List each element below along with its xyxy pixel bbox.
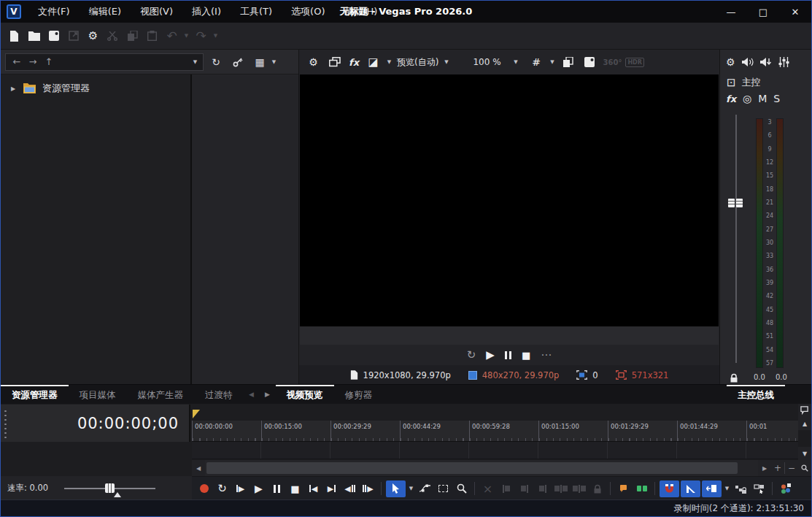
master-bus-icon[interactable]: ⊡ <box>727 76 736 89</box>
play-button[interactable]: ▶ <box>250 479 268 498</box>
tree-item-explorer[interactable]: ▶ 资源管理器 <box>1 80 190 96</box>
track-view[interactable] <box>192 442 798 459</box>
redo-dropdown-icon[interactable]: ▼ <box>211 33 220 39</box>
record-button[interactable] <box>195 479 213 498</box>
menu-item[interactable]: 编辑(E) <box>80 1 131 23</box>
marker-bar[interactable] <box>192 404 800 421</box>
address-dropdown-icon[interactable]: ▼ <box>190 59 200 65</box>
previous-frame-button[interactable]: ◀ <box>341 479 359 498</box>
delete-button[interactable]: × <box>479 479 497 498</box>
envelope-tool-button[interactable] <box>416 479 434 498</box>
hscroll-track[interactable] <box>205 460 758 476</box>
zoom-edit-tool-icon[interactable] <box>798 460 811 476</box>
insert-region-button[interactable] <box>633 479 651 498</box>
go-to-start-button[interactable]: ◀ <box>304 479 322 498</box>
up-icon[interactable]: ↑ <box>41 56 57 67</box>
ripple-dropdown-icon[interactable]: ▼ <box>722 486 732 491</box>
zoom-dropdown-icon[interactable]: ▼ <box>511 59 521 65</box>
normal-edit-tool-button[interactable] <box>386 480 406 497</box>
tab-scroll-left-icon[interactable]: ◀ <box>244 385 260 404</box>
auto-ripple-button[interactable] <box>681 480 700 497</box>
redo-button[interactable]: ↷ <box>191 26 211 46</box>
undo-dropdown-icon[interactable]: ▼ <box>182 33 191 39</box>
external-monitor-icon[interactable] <box>325 52 344 72</box>
mute-button[interactable]: M <box>758 93 767 104</box>
new-project-button[interactable] <box>4 26 24 46</box>
solo-button[interactable]: S <box>773 93 780 104</box>
panel-tab[interactable]: 资源管理器 <box>1 385 69 404</box>
mixer-gear-icon[interactable]: ⚙ <box>726 56 735 68</box>
marker-tool-icon[interactable] <box>798 404 811 417</box>
forward-icon[interactable]: → <box>25 56 41 67</box>
open-project-button[interactable] <box>24 26 44 46</box>
lock-fader-icon[interactable] <box>730 373 738 383</box>
tab-scroll-right-icon[interactable]: ▶ <box>260 385 276 404</box>
event-colors-button[interactable] <box>776 479 794 498</box>
save-snapshot-icon[interactable] <box>580 52 600 72</box>
loop-playback-icon[interactable]: ↻ <box>467 348 476 362</box>
enable-snapping-button[interactable] <box>660 480 679 497</box>
master-bus-tab[interactable]: 主控总线 <box>727 385 785 404</box>
render-as-button[interactable] <box>63 26 83 46</box>
insert-bus-icon[interactable] <box>760 58 772 66</box>
menu-item[interactable]: 插入(I) <box>182 1 231 23</box>
trim-start-button[interactable] <box>497 479 515 498</box>
copy-button[interactable] <box>123 26 142 46</box>
panel-tab[interactable]: 过渡特 <box>194 385 244 404</box>
video-output-fx-button[interactable]: fx <box>346 57 362 68</box>
zoom-tool-button[interactable] <box>452 479 471 498</box>
hscroll-thumb[interactable] <box>206 462 738 474</box>
expand-arrow-icon[interactable]: ▶ <box>11 85 17 92</box>
master-bus-speaker-icon[interactable] <box>742 58 754 66</box>
preview-zoom-value[interactable]: 100 % <box>461 57 502 67</box>
play-from-start-button[interactable]: ▶ <box>231 479 250 498</box>
address-combobox[interactable]: ← → ↑ ▼ <box>5 53 204 71</box>
timecode-drag-handle[interactable] <box>4 409 8 438</box>
bus-fx-button[interactable]: fx <box>726 93 736 104</box>
stop-button[interactable]: ■ <box>286 479 304 498</box>
edit-tool-dropdown-icon[interactable]: ▼ <box>406 486 416 491</box>
volume-fader-track[interactable] <box>735 115 737 363</box>
cut-button[interactable] <box>103 26 123 46</box>
close-button[interactable]: ✕ <box>779 1 811 23</box>
preview-play-icon[interactable]: ▶ <box>486 348 495 362</box>
copy-snapshot-icon[interactable] <box>559 52 579 72</box>
panel-tab[interactable]: 修剪器 <box>334 385 384 404</box>
maximize-button[interactable]: □ <box>747 1 779 23</box>
panel-tab[interactable]: 视频预览 <box>276 385 334 404</box>
minimize-button[interactable]: — <box>715 1 747 23</box>
selection-tool-button[interactable] <box>434 479 452 498</box>
zoom-in-timeline-button[interactable]: + <box>771 460 784 476</box>
menu-item[interactable]: 视图(V) <box>131 1 182 23</box>
rate-slider[interactable] <box>64 481 155 496</box>
split-screen-icon[interactable]: ◪ <box>363 52 383 72</box>
views-icon[interactable]: ▦ <box>250 53 269 71</box>
scroll-right-icon[interactable]: ▶ <box>758 460 771 476</box>
preview-more-icon[interactable]: ⋯ <box>541 348 552 362</box>
scroll-left-icon[interactable]: ◀ <box>192 460 205 476</box>
project-properties-gear-icon[interactable]: ⚙ <box>303 52 323 72</box>
slide-trim-button[interactable] <box>570 479 588 498</box>
volume-fader-handle[interactable] <box>728 199 743 207</box>
scroll-down-icon[interactable]: ▼ <box>798 447 811 460</box>
grid-overlay-icon[interactable]: # <box>527 52 546 72</box>
grid-dropdown-icon[interactable]: ▼ <box>548 59 557 65</box>
ignore-event-grouping-button[interactable] <box>750 479 768 498</box>
add-favorite-icon[interactable] <box>228 53 247 71</box>
loop-playback-button[interactable]: ↻ <box>213 479 231 498</box>
preview-quality-dropdown[interactable]: 预览(自动) <box>395 56 440 69</box>
vertical-scrollbar[interactable] <box>798 430 811 447</box>
save-project-button[interactable] <box>44 26 63 46</box>
undo-button[interactable]: ↶ <box>162 26 182 46</box>
automation-icon[interactable]: ◎ <box>743 93 751 104</box>
insert-marker-button[interactable] <box>614 479 633 498</box>
back-icon[interactable]: ← <box>9 56 25 67</box>
lock-event-button[interactable] <box>588 479 606 498</box>
mixing-console-icon[interactable] <box>778 57 789 67</box>
lock-envelopes-button[interactable] <box>732 479 750 498</box>
slip-trim-button[interactable] <box>552 479 570 498</box>
menu-item[interactable]: 工具(T) <box>231 1 282 23</box>
panel-tab[interactable]: 媒体产生器 <box>127 385 195 404</box>
go-to-end-button[interactable]: ▶ <box>322 479 341 498</box>
pause-button[interactable] <box>268 479 286 498</box>
